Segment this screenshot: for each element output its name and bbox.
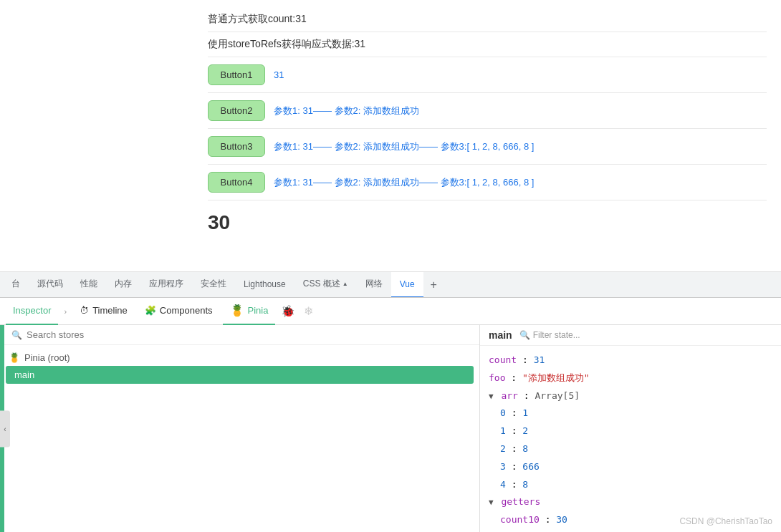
watermark: CSDN @CherishTaoTao: [679, 516, 772, 526]
panel-container: 🔍 🍍 Pinia (root) main ‹ main 🔍 Filter st…: [0, 325, 781, 532]
filter-state-input[interactable]: 🔍 Filter state...: [519, 330, 580, 340]
right-panel: main 🔍 Filter state... count : 31 foo : …: [480, 325, 781, 532]
collapse-arrow[interactable]: ‹: [0, 410, 10, 447]
sub-tab-bar: Inspector › ⏱ Timeline 🧩 Components 🍍 Pi…: [0, 298, 781, 325]
tab-lighthouse[interactable]: Lighthouse: [235, 272, 294, 298]
state-arr-3: 3 : 666: [489, 458, 772, 476]
tab-memory[interactable]: 内存: [106, 272, 140, 298]
sub-tab-components[interactable]: 🧩 Components: [138, 298, 220, 325]
button1-result: 31: [274, 69, 284, 80]
components-icon: 🧩: [145, 305, 156, 316]
sub-tab-inspector[interactable]: Inspector: [6, 298, 58, 325]
info-line-1: 普通方式获取count:31: [208, 7, 767, 32]
right-panel-header: main 🔍 Filter state...: [480, 325, 781, 346]
button-row-1: Button1 31: [208, 57, 767, 93]
state-arr-1: 1 : 2: [489, 422, 772, 440]
store-item-main[interactable]: main: [6, 366, 474, 384]
tab-add[interactable]: +: [423, 272, 444, 298]
store-tree: 🍍 Pinia (root) main: [0, 345, 479, 532]
devtools-tab-bar: 台 源代码 性能 内存 应用程序 安全性 Lighthouse CSS 概述 网…: [0, 272, 781, 298]
state-arr-header: ▼ arr : Array[5]: [489, 387, 772, 405]
state-arr-4: 4 : 8: [489, 476, 772, 494]
timeline-icon: ⏱: [80, 305, 89, 316]
pinia-group-icon: 🍍: [9, 352, 20, 363]
button4[interactable]: Button4: [208, 172, 265, 193]
tab-application[interactable]: 应用程序: [140, 272, 192, 298]
main-content: 普通方式获取count:31 使用storeToRefs获得响应式数据:31 B…: [0, 0, 781, 272]
tab-console[interactable]: 台: [3, 272, 29, 298]
button-row-4: Button4 参数1: 31—— 参数2: 添加数组成功—— 参数3:[ 1,…: [208, 165, 767, 200]
button-row-2: Button2 参数1: 31—— 参数2: 添加数组成功: [208, 93, 767, 129]
pinia-icon: 🍍: [230, 304, 244, 317]
search-stores-input[interactable]: [27, 329, 472, 340]
store-name-label: main: [489, 329, 512, 341]
sub-tab-arrow: ›: [61, 307, 70, 316]
state-arr-0: 0 : 1: [489, 405, 772, 422]
pinia-extra-icon1[interactable]: 🐞: [278, 304, 298, 318]
big-number: 30: [208, 200, 767, 245]
search-bar: 🔍: [0, 325, 479, 345]
tab-vue[interactable]: Vue: [391, 272, 423, 298]
button2[interactable]: Button2: [208, 100, 265, 121]
sub-tab-pinia[interactable]: 🍍 Pinia: [223, 298, 276, 325]
button1[interactable]: Button1: [208, 64, 265, 85]
tab-security[interactable]: 安全性: [192, 272, 235, 298]
state-tree: count : 31 foo : "添加数组成功" ▼ arr : Array[…: [480, 346, 781, 532]
tab-sources[interactable]: 源代码: [29, 272, 72, 298]
state-count: count : 31: [489, 352, 772, 369]
filter-icon: 🔍: [519, 330, 530, 340]
inspector-label: Inspector: [13, 305, 51, 316]
button2-result: 参数1: 31—— 参数2: 添加数组成功: [274, 105, 419, 117]
left-panel: 🔍 🍍 Pinia (root) main ‹: [0, 325, 480, 532]
tab-css-overview[interactable]: CSS 概述: [294, 272, 357, 298]
button-row-3: Button3 参数1: 31—— 参数2: 添加数组成功—— 参数3:[ 1,…: [208, 129, 767, 165]
info-line-2: 使用storeToRefs获得响应式数据:31: [208, 32, 767, 57]
button4-result: 参数1: 31—— 参数2: 添加数组成功—— 参数3:[ 1, 2, 8, 6…: [274, 176, 534, 189]
state-foo: foo : "添加数组成功": [489, 369, 772, 387]
pinia-root-group: 🍍 Pinia (root): [0, 349, 479, 366]
button3-result: 参数1: 31—— 参数2: 添加数组成功—— 参数3:[ 1, 2, 8, 6…: [274, 140, 534, 153]
state-arr-2: 2 : 8: [489, 440, 772, 458]
sub-tab-timeline[interactable]: ⏱ Timeline: [72, 298, 135, 325]
state-getters-header: ▼ getters: [489, 493, 772, 511]
tab-network[interactable]: 网络: [357, 272, 391, 298]
tab-performance[interactable]: 性能: [72, 272, 106, 298]
pinia-extra-icon2[interactable]: ❄: [301, 304, 316, 318]
search-icon: 🔍: [11, 330, 22, 340]
button3[interactable]: Button3: [208, 136, 265, 157]
